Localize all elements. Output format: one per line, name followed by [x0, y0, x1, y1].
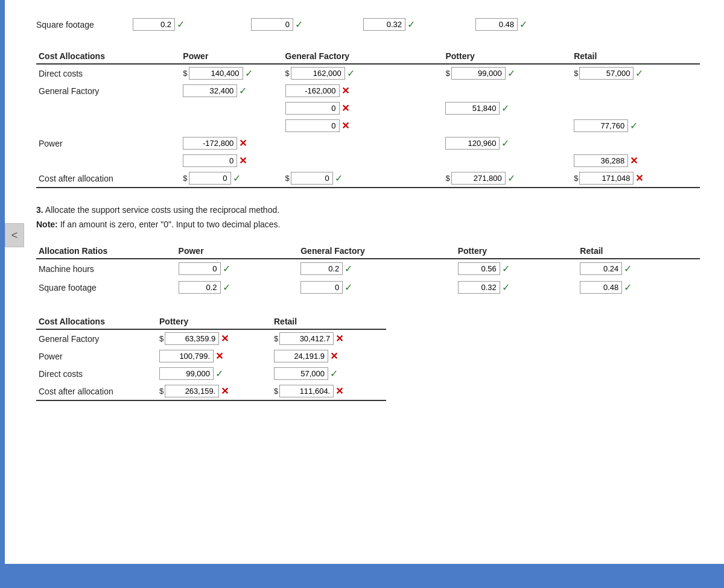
mh-genfact-cell: ✓ — [298, 259, 456, 278]
after-genfact-input[interactable] — [291, 172, 333, 185]
direct-power-input[interactable] — [189, 67, 243, 80]
bottom-bar — [0, 564, 724, 588]
dollar-prefix: $ — [445, 69, 449, 78]
power-sub-power-x: ✕ — [239, 155, 247, 166]
genfact-genfact-input[interactable] — [285, 84, 340, 97]
bottom-after-retail-input[interactable] — [279, 385, 334, 397]
bottom-power-label: Power — [36, 347, 157, 365]
col-header-pottery: Pottery — [443, 48, 571, 64]
dollar-prefix: $ — [183, 69, 187, 78]
direct-power-check: ✓ — [245, 68, 253, 79]
sqft-check-4: ✓ — [519, 19, 527, 30]
bottom-genfact-retail-input[interactable] — [279, 332, 334, 345]
after-pottery-check: ✓ — [507, 172, 515, 184]
after-retail-input[interactable] — [579, 172, 634, 185]
alloc-header-retail: Retail — [577, 242, 700, 259]
genfact-sub1-pottery-input[interactable] — [445, 102, 500, 115]
bottom-header-label: Cost Allocations — [36, 314, 157, 329]
mh-pottery-check: ✓ — [502, 263, 510, 274]
bottom-power-retail-input[interactable] — [274, 350, 328, 362]
bottom-genfact-retail-x: ✕ — [335, 333, 343, 344]
after-power-input[interactable] — [189, 172, 231, 185]
dollar-prefix: $ — [159, 334, 164, 343]
table-row: Cost after allocation $ ✕ $ ✕ — [36, 382, 386, 400]
sqft-field-1: ✓ — [133, 18, 185, 31]
genfact-sub2-genfact-input[interactable] — [285, 119, 340, 132]
row-label-cost-after: Cost after allocation — [36, 169, 180, 188]
nav-bar — [0, 0, 5, 588]
sqft-label-cell: Square footage — [36, 278, 176, 297]
alloc-header-power: Power — [176, 242, 299, 259]
direct-pottery-check: ✓ — [507, 68, 515, 79]
dollar-prefix: $ — [274, 334, 278, 343]
mh-retail-input[interactable] — [580, 262, 622, 275]
direct-genfact-cell: $ ✓ — [283, 64, 443, 82]
note-bold: Note: — [36, 220, 58, 229]
mh-pottery-cell: ✓ — [456, 259, 578, 278]
main-container: < Square footage ✓ ✓ ✓ ✓ — [0, 0, 724, 588]
sqft-input-3[interactable] — [363, 18, 405, 31]
direct-genfact-input[interactable] — [291, 67, 345, 80]
row-label-direct-costs: Direct costs — [36, 64, 180, 82]
sqft-genfact-input[interactable] — [300, 281, 343, 294]
nav-arrow-button[interactable]: < — [5, 223, 24, 247]
sqft-retail-input[interactable] — [580, 281, 622, 294]
row-label-general-factory: General Factory — [36, 82, 180, 100]
note-block: Note: If an amount is zero, enter "0". I… — [36, 220, 700, 229]
top-square-footage-row: Square footage ✓ ✓ ✓ ✓ — [36, 12, 700, 31]
power-power-cell: ✕ — [180, 134, 282, 152]
row-label-power: Power — [36, 134, 180, 152]
after-pottery-cell: $ ✓ — [443, 169, 571, 188]
after-genfact-cell: $ ✓ — [283, 169, 443, 188]
bottom-power-pottery-input[interactable] — [159, 350, 214, 362]
bottom-direct-retail-input[interactable] — [274, 367, 328, 380]
power-pottery-cell: ✓ — [443, 134, 571, 152]
power-power-input[interactable] — [183, 137, 237, 150]
power-sub-power-input[interactable] — [183, 154, 237, 167]
genfact-power-input[interactable] — [183, 84, 237, 97]
direct-retail-cell: $ ✓ — [571, 64, 700, 82]
table-row: ✕ ✓ — [36, 117, 700, 134]
sqft-field-4: ✓ — [475, 18, 527, 31]
after-power-cell: $ ✓ — [180, 169, 282, 188]
bottom-direct-pottery-input[interactable] — [159, 367, 214, 380]
table-row: Direct costs ✓ ✓ — [36, 365, 386, 382]
sqft-pottery-input[interactable] — [458, 281, 500, 294]
col-header-retail: Retail — [571, 48, 700, 64]
note-text: If an amount is zero, enter "0". Input t… — [58, 220, 281, 229]
bottom-after-retail-x: ✕ — [335, 385, 343, 397]
power-sub-retail-input[interactable] — [574, 154, 628, 167]
mh-pottery-input[interactable] — [458, 262, 500, 275]
sqft-genfact-cell: ✓ — [298, 278, 456, 297]
table-row: ✕ ✕ — [36, 152, 700, 169]
mh-genfact-input[interactable] — [300, 262, 343, 275]
genfact-sub1-genfact-input[interactable] — [285, 102, 340, 115]
table-row: Square footage ✓ ✓ ✓ — [36, 278, 700, 297]
after-genfact-check: ✓ — [335, 172, 343, 184]
bottom-genfact-pottery-input[interactable] — [165, 332, 219, 345]
bottom-power-pottery-cell: ✕ — [157, 347, 272, 365]
direct-retail-input[interactable] — [579, 67, 634, 80]
mh-power-check: ✓ — [223, 263, 230, 274]
genfact-sub1-genfact-cell: ✕ — [283, 100, 443, 117]
direct-pottery-input[interactable] — [451, 67, 506, 80]
col-header-label: Cost Allocations — [36, 48, 180, 64]
sqft-check-1: ✓ — [177, 19, 185, 30]
sqft-input-4[interactable] — [475, 18, 518, 31]
power-pottery-input[interactable] — [445, 137, 500, 150]
after-pottery-input[interactable] — [451, 172, 506, 185]
sqft-field-3: ✓ — [363, 18, 415, 31]
square-footage-top-fields: ✓ ✓ ✓ ✓ — [133, 18, 527, 31]
table-row: General Factory ✓ ✕ — [36, 82, 700, 100]
machine-hours-label: Machine hours — [36, 259, 176, 278]
mh-retail-cell: ✓ — [577, 259, 700, 278]
genfact-sub2-retail-input[interactable] — [574, 119, 628, 132]
sqft-power-check: ✓ — [223, 282, 230, 293]
mh-power-input[interactable] — [179, 262, 221, 275]
bottom-genfact-pottery-x: ✕ — [221, 333, 229, 344]
genfact-genfact-x: ✕ — [341, 85, 349, 96]
sqft-power-input[interactable] — [179, 281, 221, 294]
sqft-input-2[interactable] — [251, 18, 293, 31]
bottom-after-pottery-input[interactable] — [165, 385, 219, 397]
sqft-input-1[interactable] — [133, 18, 175, 31]
